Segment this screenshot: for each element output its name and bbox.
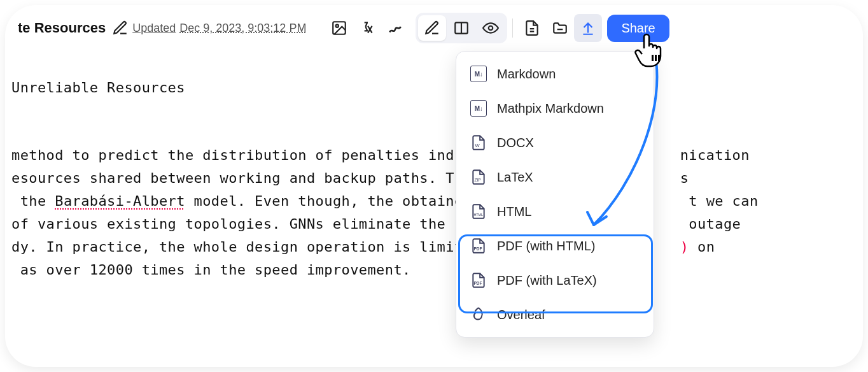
doc-heading: Unreliable Resources — [11, 76, 857, 99]
image-icon[interactable] — [325, 14, 353, 42]
menu-label: Overleaf — [497, 308, 545, 322]
body-line: the Barabási-Albert model. Even though, … — [11, 190, 857, 213]
menu-markdown[interactable]: M↓ Markdown — [456, 57, 654, 91]
menu-pdf-latex[interactable]: PDF PDF (with LaTeX) — [456, 263, 654, 297]
pdf-icon: PDF — [470, 272, 487, 289]
overleaf-icon — [470, 306, 487, 323]
markdown-icon: M↓ — [470, 100, 487, 117]
menu-html[interactable]: HTML HTML — [456, 194, 654, 229]
menu-pdf-html[interactable]: PDF PDF (with HTML) — [456, 229, 654, 263]
markdown-icon: M↓ — [470, 66, 487, 82]
menu-label: HTML — [497, 204, 531, 219]
preview-icon[interactable] — [477, 15, 505, 41]
svg-point-4 — [489, 26, 493, 31]
menu-overleaf[interactable]: Overleaf — [456, 297, 654, 332]
zip-icon: ZIP — [470, 169, 487, 185]
svg-text:PDF: PDF — [473, 281, 482, 285]
toolbar: te Resources Updated Dec 9, 2023, 9:03:1… — [5, 5, 863, 51]
menu-label: LaTeX — [497, 170, 533, 185]
timestamp-area[interactable]: Updated Dec 9, 2023, 9:03:12 PM — [132, 22, 306, 35]
doc-title: te Resources — [18, 20, 106, 36]
menu-latex[interactable]: ZIP LaTeX — [456, 160, 654, 194]
body-line: esources shared between working and back… — [11, 167, 857, 190]
menu-label: PDF (with LaTeX) — [497, 273, 597, 288]
edit-title-icon[interactable] — [112, 20, 129, 36]
svg-text:W: W — [475, 143, 480, 148]
doc-title-area: te Resources — [18, 20, 129, 36]
editor-content[interactable]: Unreliable Resourcesmethod to predict th… — [5, 51, 863, 367]
document-icon[interactable] — [518, 14, 546, 42]
app-card: te Resources Updated Dec 9, 2023, 9:03:1… — [5, 5, 863, 367]
divider — [512, 18, 513, 38]
share-button[interactable]: Share — [607, 15, 669, 42]
body-line: method to predict the distribution of pe… — [11, 144, 857, 167]
svg-text:PDF: PDF — [473, 247, 482, 251]
spellcheck-underline: Barabási-Albert — [55, 193, 185, 209]
timestamp: Dec 9, 2023, 9:03:12 PM — [179, 22, 306, 35]
body-line: as over 12000 times in the speed improve… — [11, 259, 857, 282]
view-mode-group — [416, 13, 507, 43]
menu-docx[interactable]: W DOCX — [456, 125, 654, 160]
scribble-icon[interactable] — [381, 14, 409, 42]
docx-icon: W — [470, 134, 487, 151]
body-line: dy. In practice, the whole design operat… — [11, 236, 857, 259]
html-icon: HTML — [470, 203, 487, 220]
menu-label: PDF (with HTML) — [497, 239, 595, 254]
pdf-icon: PDF — [470, 238, 487, 254]
export-menu: M↓ Markdown M↓ Mathpix Markdown W DOCX Z… — [456, 51, 654, 338]
menu-label: DOCX — [497, 136, 534, 150]
body-line: of various existing topologies. GNNs eli… — [11, 213, 857, 236]
export-icon[interactable] — [574, 14, 602, 42]
edit-mode-icon[interactable] — [418, 15, 446, 41]
menu-mathpix-markdown[interactable]: M↓ Mathpix Markdown — [456, 91, 654, 125]
svg-text:HTML: HTML — [473, 213, 483, 217]
menu-label: Markdown — [497, 67, 556, 82]
split-view-icon[interactable] — [447, 15, 475, 41]
svg-text:ZIP: ZIP — [475, 178, 481, 182]
updated-label: Updated — [132, 22, 176, 35]
folder-icon[interactable] — [546, 14, 574, 42]
formula-icon[interactable] — [353, 14, 381, 42]
svg-point-1 — [336, 25, 339, 27]
menu-label: Mathpix Markdown — [497, 101, 604, 116]
